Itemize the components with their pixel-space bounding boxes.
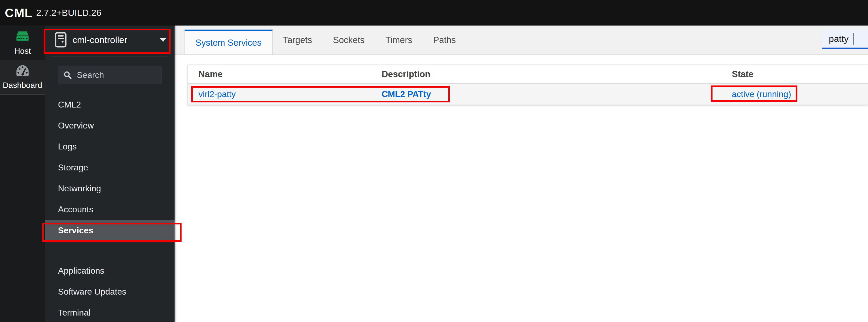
- main-content: System Services Targets Sockets Timers P…: [175, 26, 868, 322]
- tab-system-services[interactable]: System Services: [185, 30, 273, 54]
- column-header-description: Description: [371, 65, 721, 83]
- service-state: active (running): [732, 89, 791, 99]
- services-tab-bar: System Services Targets Sockets Timers P…: [175, 26, 868, 55]
- sidebar-item-services[interactable]: Services: [45, 220, 175, 241]
- version-label: 2.7.2+BUILD.26: [36, 7, 101, 18]
- tab-paths[interactable]: Paths: [423, 26, 466, 54]
- column-header-name: Name: [188, 65, 371, 83]
- sidebar-item-logs[interactable]: Logs: [45, 136, 175, 157]
- service-filter: [823, 30, 868, 49]
- sidebar-menu: CML2 Overview Logs Storage Networking Ac…: [45, 94, 175, 322]
- host-sidebar: cml-controller CML2 Overview Logs Storag…: [45, 26, 175, 322]
- sidebar-item-storage[interactable]: Storage: [45, 157, 175, 178]
- server-outline-icon: [55, 32, 67, 48]
- service-name-link[interactable]: virl2-patty: [198, 89, 236, 99]
- brand-logo: CML: [5, 6, 32, 20]
- gauge-icon: [16, 64, 30, 77]
- search-icon: [63, 71, 72, 79]
- sidebar-search-input[interactable]: [77, 70, 157, 80]
- sidebar-item-cml2[interactable]: CML2: [45, 94, 175, 115]
- app-nav-item-host[interactable]: Host: [0, 26, 45, 60]
- app-header: CML 2.7.2+BUILD.26: [0, 0, 868, 26]
- server-icon: [15, 30, 30, 43]
- sidebar-item-applications[interactable]: Applications: [45, 260, 175, 281]
- tab-targets[interactable]: Targets: [273, 26, 322, 54]
- column-header-state: State: [721, 65, 868, 83]
- sidebar-item-overview[interactable]: Overview: [45, 115, 175, 136]
- app-nav-item-dashboard[interactable]: Dashboard: [0, 60, 45, 95]
- app-nav-label: Dashboard: [3, 81, 42, 90]
- services-table: Name Description State virl2-patty CML2 …: [187, 64, 868, 105]
- sidebar-search[interactable]: [58, 66, 162, 84]
- sidebar-item-software-updates[interactable]: Software Updates: [45, 281, 175, 302]
- sidebar-item-accounts[interactable]: Accounts: [45, 199, 175, 220]
- chevron-down-icon: [159, 38, 166, 42]
- app-navigation-column: Host Dashboard: [0, 26, 45, 322]
- tab-timers[interactable]: Timers: [375, 26, 423, 54]
- host-selector-label: cml-controller: [72, 35, 127, 45]
- tab-sockets[interactable]: Sockets: [322, 26, 375, 54]
- text-cursor: [854, 33, 854, 45]
- app-nav-label: Host: [14, 47, 31, 56]
- host-selector-dropdown[interactable]: cml-controller: [45, 26, 175, 54]
- sidebar-item-networking[interactable]: Networking: [45, 178, 175, 199]
- sidebar-item-terminal[interactable]: Terminal: [45, 302, 175, 322]
- service-description: CML2 PATty: [382, 89, 431, 99]
- table-row[interactable]: virl2-patty CML2 PATty active (running): [188, 84, 868, 105]
- service-filter-input[interactable]: [823, 30, 868, 49]
- table-header-row: Name Description State: [188, 65, 868, 84]
